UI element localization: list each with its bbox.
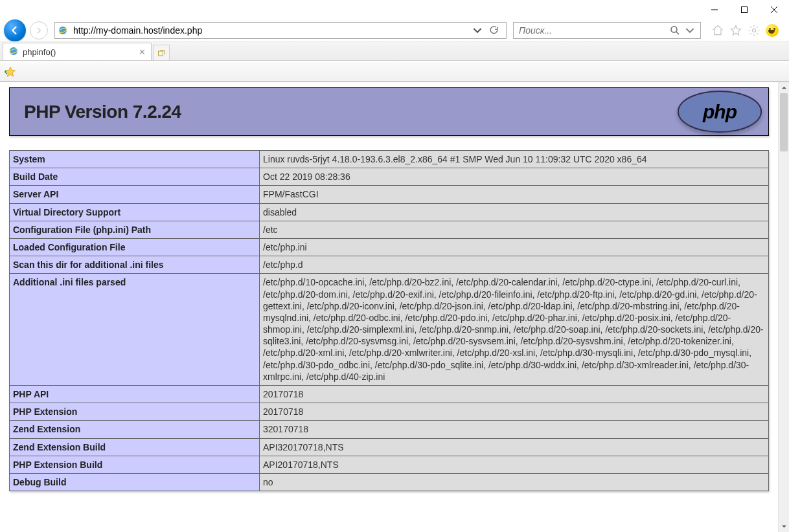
table-row: Debug Buildno [10, 473, 769, 491]
info-label: System [10, 151, 260, 168]
back-button[interactable] [4, 19, 26, 41]
info-label: Scan this dir for additional .ini files [10, 256, 260, 274]
forward-button[interactable] [30, 21, 48, 39]
svg-rect-7 [159, 51, 163, 56]
home-icon[interactable] [711, 24, 724, 37]
info-value: /etc/php.d/10-opcache.ini, /etc/php.d/20… [260, 274, 769, 386]
page-title: PHP Version 7.2.24 [12, 93, 181, 131]
info-value: API320170718,NTS [260, 438, 769, 456]
svg-rect-0 [742, 7, 748, 13]
search-icon[interactable] [669, 25, 681, 36]
ie-icon [58, 25, 68, 36]
table-row: Zend Extension320170718 [10, 421, 769, 438]
refresh-button[interactable] [488, 24, 501, 37]
browser-tools [703, 24, 785, 37]
table-row: PHP Extension20170718 [10, 403, 769, 421]
browser-window: phpinfo() ✕ PHP Version 7.2.24 php Syste… [0, 0, 789, 532]
tab-phpinfo[interactable]: phpinfo() ✕ [3, 43, 152, 60]
table-row: Configuration File (php.ini) Path/etc [10, 221, 769, 238]
table-row: PHP Extension BuildAPI20170718,NTS [10, 456, 769, 473]
search-input[interactable] [518, 23, 669, 38]
window-titlebar [0, 0, 789, 19]
info-label: Zend Extension Build [10, 438, 260, 456]
info-label: Virtual Directory Support [10, 203, 260, 221]
info-value: Linux ruvds-5rjyt 4.18.0-193.6.3.el8_2.x… [260, 151, 769, 168]
add-to-favorites-icon[interactable] [4, 65, 17, 78]
table-row: SystemLinux ruvds-5rjyt 4.18.0-193.6.3.e… [10, 151, 769, 168]
info-label: Server API [10, 186, 260, 203]
tab-title: phpinfo() [23, 47, 56, 57]
table-row: Zend Extension BuildAPI320170718,NTS [10, 438, 769, 456]
info-value: disabled [260, 203, 769, 221]
info-value: Oct 22 2019 08:28:36 [260, 168, 769, 186]
dropdown-button[interactable] [471, 24, 484, 37]
php-logo: php [678, 91, 762, 133]
new-tab-button[interactable] [153, 45, 170, 60]
navigation-toolbar [0, 19, 789, 41]
search-dropdown-button[interactable] [683, 24, 696, 37]
search-bar[interactable] [513, 22, 701, 39]
info-label: Debug Build [10, 473, 260, 491]
scroll-thumb[interactable] [780, 93, 788, 151]
page-viewport: PHP Version 7.2.24 php SystemLinux ruvds… [0, 82, 789, 532]
svg-point-3 [671, 27, 677, 32]
svg-point-5 [10, 47, 17, 55]
info-value: /etc/php.ini [260, 238, 769, 256]
info-label: Additional .ini files parsed [10, 274, 260, 386]
info-value: 20170718 [260, 386, 769, 403]
info-value: /etc/php.d [260, 256, 769, 274]
scroll-down-button[interactable] [779, 521, 789, 532]
address-input[interactable] [72, 23, 468, 38]
info-label: Build Date [10, 168, 260, 186]
address-bar[interactable] [54, 22, 507, 39]
svg-point-4 [753, 28, 756, 32]
info-label: Zend Extension [10, 421, 260, 438]
window-minimize-button[interactable] [700, 0, 729, 19]
info-value: 20170718 [260, 403, 769, 421]
info-label: PHP Extension Build [10, 456, 260, 473]
svg-point-1 [59, 27, 67, 34]
info-value: API20170718,NTS [260, 456, 769, 473]
scroll-up-button[interactable] [779, 82, 789, 93]
phpinfo-header: PHP Version 7.2.24 php [9, 87, 769, 136]
page-content[interactable]: PHP Version 7.2.24 php SystemLinux ruvds… [0, 82, 778, 532]
table-row: Server APIFPM/FastCGI [10, 186, 769, 203]
address-bar-buttons [468, 24, 503, 37]
info-value: /etc [260, 221, 769, 238]
window-maximize-button[interactable] [729, 0, 759, 19]
scrollbar[interactable] [778, 82, 789, 532]
info-value: FPM/FastCGI [260, 186, 769, 203]
table-row: Build DateOct 22 2019 08:28:36 [10, 168, 769, 186]
close-tab-button[interactable]: ✕ [139, 47, 146, 57]
info-label: PHP API [10, 386, 260, 403]
tools-icon[interactable] [748, 24, 760, 37]
command-bar [0, 61, 789, 82]
phpinfo-table: SystemLinux ruvds-5rjyt 4.18.0-193.6.3.e… [9, 150, 769, 491]
table-row: Loaded Configuration File/etc/php.ini [10, 238, 769, 256]
info-value: no [260, 473, 769, 491]
feedback-icon[interactable] [766, 24, 779, 37]
info-label: Configuration File (php.ini) Path [10, 221, 260, 238]
table-row: Additional .ini files parsed/etc/php.d/1… [10, 274, 769, 386]
info-label: Loaded Configuration File [10, 238, 260, 256]
info-label: PHP Extension [10, 403, 260, 421]
favorites-icon[interactable] [729, 24, 742, 37]
table-row: Scan this dir for additional .ini files/… [10, 256, 769, 274]
tab-strip: phpinfo() ✕ [0, 41, 789, 61]
info-value: 320170718 [260, 421, 769, 438]
table-row: PHP API20170718 [10, 386, 769, 403]
table-row: Virtual Directory Supportdisabled [10, 203, 769, 221]
ie-icon [8, 46, 19, 58]
window-close-button[interactable] [759, 0, 789, 19]
